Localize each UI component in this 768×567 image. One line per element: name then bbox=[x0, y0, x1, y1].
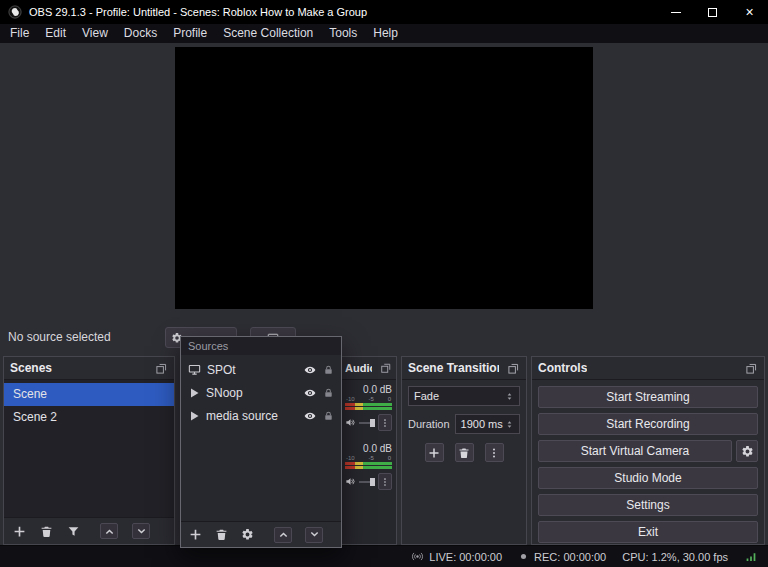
source-label: SNoop bbox=[206, 386, 243, 400]
source-row[interactable]: SPOt bbox=[181, 358, 341, 381]
menu-edit[interactable]: Edit bbox=[37, 24, 74, 43]
menu-docks[interactable]: Docks bbox=[116, 24, 165, 43]
kebab-icon bbox=[488, 447, 500, 459]
chevron-down-icon bbox=[309, 529, 320, 540]
transitions-body: Fade Duration 1900 ms bbox=[402, 379, 526, 468]
scene-item[interactable]: Scene 2 bbox=[4, 406, 174, 429]
scene-list: Scene Scene 2 bbox=[4, 379, 174, 518]
speaker-icon[interactable] bbox=[345, 417, 356, 428]
controls-dock-header: Controls bbox=[532, 357, 764, 379]
chevron-up-icon bbox=[104, 526, 115, 537]
duration-input[interactable]: 1900 ms bbox=[455, 414, 520, 434]
meter-scale: -10 -5 0 bbox=[345, 455, 392, 462]
window-controls: × bbox=[657, 0, 768, 24]
scene-item[interactable]: Scene bbox=[4, 383, 174, 406]
source-row[interactable]: SNoop bbox=[181, 381, 341, 404]
network-signal-icon bbox=[744, 550, 758, 564]
source-row[interactable]: media source bbox=[181, 404, 341, 427]
scene-item-label: Scene 2 bbox=[13, 410, 57, 424]
mixer-options-button[interactable] bbox=[378, 414, 392, 431]
settings-button[interactable]: Settings bbox=[538, 494, 758, 516]
virtual-camera-settings-button[interactable] bbox=[736, 440, 758, 462]
transition-select[interactable]: Fade bbox=[408, 386, 520, 406]
menu-scene-collection[interactable]: Scene Collection bbox=[215, 24, 321, 43]
display-source-icon bbox=[188, 363, 201, 376]
popout-dock-icon[interactable] bbox=[380, 362, 392, 374]
maximize-button[interactable] bbox=[694, 0, 731, 24]
mixer-item: 0.0 dB -10 -5 0 bbox=[345, 383, 392, 431]
chevron-up-icon bbox=[278, 529, 289, 540]
add-transition-button[interactable] bbox=[425, 443, 444, 462]
transition-options-button[interactable] bbox=[485, 443, 504, 462]
start-streaming-button[interactable]: Start Streaming bbox=[538, 386, 758, 408]
trash-icon bbox=[215, 528, 228, 541]
scenes-toolbar bbox=[4, 518, 174, 544]
studio-mode-button[interactable]: Studio Mode bbox=[538, 467, 758, 489]
source-label: media source bbox=[206, 409, 278, 423]
start-virtual-camera-button[interactable]: Start Virtual Camera bbox=[538, 440, 732, 462]
start-recording-button[interactable]: Start Recording bbox=[538, 413, 758, 435]
volume-meter bbox=[345, 462, 392, 465]
volume-meter bbox=[345, 407, 392, 410]
popout-dock-icon[interactable] bbox=[155, 362, 168, 375]
move-scene-down-button[interactable] bbox=[132, 523, 150, 539]
remove-source-button[interactable] bbox=[215, 528, 228, 541]
maximize-icon bbox=[708, 8, 717, 17]
lock-icon[interactable] bbox=[323, 410, 334, 422]
scenes-dock-header: Scenes bbox=[4, 357, 174, 379]
volume-meter bbox=[345, 466, 392, 469]
popout-dock-icon[interactable] bbox=[745, 362, 758, 375]
menu-view[interactable]: View bbox=[74, 24, 116, 43]
controls-dock-title: Controls bbox=[538, 361, 587, 375]
scene-filters-button[interactable] bbox=[67, 525, 80, 538]
source-label: SPOt bbox=[207, 363, 236, 377]
controls-dock: Controls Start Streaming Start Recording… bbox=[531, 356, 765, 545]
add-source-button[interactable] bbox=[189, 528, 202, 541]
remove-scene-button[interactable] bbox=[40, 525, 53, 538]
sources-dock-header[interactable]: Sources bbox=[181, 337, 341, 355]
move-source-up-button[interactable] bbox=[274, 527, 292, 543]
lock-icon[interactable] bbox=[323, 387, 334, 399]
move-scene-up-button[interactable] bbox=[100, 523, 118, 539]
duration-label: Duration bbox=[408, 418, 450, 430]
volume-slider[interactable] bbox=[359, 422, 375, 424]
menu-file[interactable]: File bbox=[2, 24, 37, 43]
lock-icon[interactable] bbox=[323, 364, 334, 376]
close-button[interactable]: × bbox=[731, 0, 768, 24]
visibility-eye-icon[interactable] bbox=[303, 387, 317, 399]
plus-icon bbox=[13, 525, 26, 538]
visibility-eye-icon[interactable] bbox=[303, 410, 317, 422]
media-source-icon bbox=[188, 410, 200, 422]
volume-slider-handle[interactable] bbox=[370, 478, 375, 486]
volume-meter bbox=[345, 403, 392, 406]
plus-icon bbox=[428, 447, 440, 459]
spinner-arrows-icon[interactable] bbox=[505, 418, 514, 431]
minimize-button[interactable] bbox=[657, 0, 694, 24]
menu-profile[interactable]: Profile bbox=[165, 24, 215, 43]
rec-status-text: REC: 00:00:00 bbox=[534, 551, 606, 563]
live-status: LIVE: 00:00:00 bbox=[411, 550, 502, 563]
remove-transition-button[interactable] bbox=[455, 443, 474, 462]
preview-canvas[interactable] bbox=[175, 47, 593, 309]
mixer-item: 0.0 dB -10 -5 0 bbox=[345, 442, 392, 490]
scene-item-label: Scene bbox=[13, 387, 47, 401]
sources-toolbar bbox=[181, 521, 341, 547]
volume-slider-handle[interactable] bbox=[370, 419, 375, 427]
visibility-eye-icon[interactable] bbox=[303, 364, 317, 376]
menu-help[interactable]: Help bbox=[365, 24, 406, 43]
gear-icon bbox=[741, 445, 754, 458]
speaker-icon[interactable] bbox=[345, 476, 356, 487]
menu-tools[interactable]: Tools bbox=[321, 24, 365, 43]
titlebar: OBS 29.1.3 - Profile: Untitled - Scenes:… bbox=[0, 0, 768, 24]
kebab-icon bbox=[380, 417, 390, 429]
volume-slider[interactable] bbox=[359, 481, 375, 483]
popout-dock-icon[interactable] bbox=[507, 362, 520, 375]
mixer-options-button[interactable] bbox=[378, 473, 392, 490]
source-properties-button[interactable] bbox=[241, 528, 254, 541]
plus-icon bbox=[189, 528, 202, 541]
transitions-dock-header: Scene Transitions bbox=[402, 357, 526, 379]
add-scene-button[interactable] bbox=[13, 525, 26, 538]
exit-button[interactable]: Exit bbox=[538, 521, 758, 543]
volume-db-label: 0.0 dB bbox=[345, 442, 392, 455]
move-source-down-button[interactable] bbox=[305, 527, 323, 543]
